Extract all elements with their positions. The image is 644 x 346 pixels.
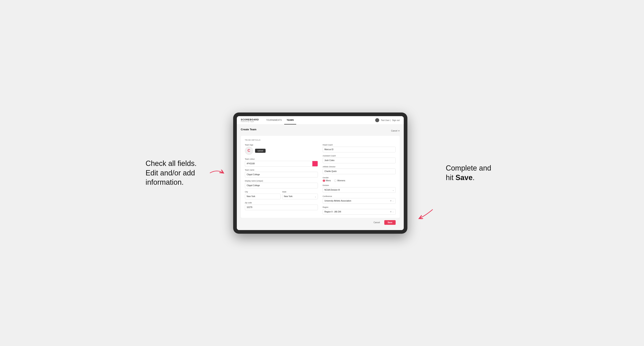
- brand: SCOREBOARD Powered by clippd: [241, 118, 259, 122]
- cancel-top-button[interactable]: Cancel ✕: [391, 130, 400, 132]
- form-grid: Team logo C Upload Team colour: [245, 144, 396, 215]
- team-colour-group: Team colour: [245, 158, 318, 167]
- form-card: TEAM DETAILS Team logo C Upload: [241, 136, 400, 218]
- head-coach-label: Head Coach: [323, 144, 396, 146]
- nav-tournaments[interactable]: TOURNAMENTS: [264, 116, 284, 125]
- region-group: Region Region II - (M) DIII ✕ ⌄: [323, 206, 396, 215]
- annotation-line3: information.: [146, 178, 184, 186]
- form-left: Team logo C Upload Team colour: [245, 144, 318, 215]
- assistant-coach-label: Assistant Coach: [323, 155, 396, 157]
- athletic-director-input[interactable]: [323, 169, 396, 174]
- region-label: Region: [323, 206, 396, 208]
- cancel-row: Create Team Cancel ✕: [241, 128, 400, 134]
- right-arrow-icon: [418, 205, 434, 222]
- cancel-x-icon: ✕: [398, 130, 400, 132]
- display-name-input[interactable]: [245, 183, 318, 188]
- team-name-input[interactable]: [245, 172, 318, 177]
- nav-teams[interactable]: TEAMS: [284, 116, 296, 125]
- tablet-screen: SCOREBOARD Powered by clippd TOURNAMENTS…: [237, 116, 404, 230]
- form-right: Head Coach Assistant Coach Athletic Dire…: [323, 144, 396, 215]
- user-avatar: [375, 118, 379, 122]
- annotation-right-text: Complete and hit Save.: [446, 164, 491, 182]
- annotation-left: Check all fields. Edit and/or add inform…: [146, 159, 196, 187]
- conference-chevron-icon: ⌄: [392, 200, 394, 202]
- mens-label: Mens: [326, 179, 331, 182]
- user-label: Test User |: [381, 119, 390, 121]
- gender-row: Mens Womens: [323, 179, 396, 182]
- main-content: Create Team Cancel ✕ TEAM DETAILS Team: [237, 125, 404, 230]
- assistant-coach-group: Assistant Coach: [323, 155, 396, 163]
- gender-mens-option[interactable]: Mens: [323, 179, 331, 182]
- state-label: State: [282, 191, 318, 193]
- upload-button[interactable]: Upload: [255, 149, 266, 153]
- zip-group: Zip code: [245, 202, 318, 210]
- head-coach-group: Head Coach: [323, 144, 396, 152]
- conference-group: Conference University Athletic Associati…: [323, 195, 396, 204]
- state-select[interactable]: New York: [282, 194, 318, 199]
- annotation-line1: Check all fields.: [146, 159, 196, 168]
- head-coach-input[interactable]: [323, 147, 396, 152]
- logo-area: C Upload: [245, 147, 318, 155]
- color-swatch[interactable]: [312, 161, 318, 167]
- city-field-group: City: [245, 191, 280, 199]
- tablet-frame: SCOREBOARD Powered by clippd TOURNAMENTS…: [233, 113, 408, 234]
- zip-label: Zip code: [245, 202, 318, 204]
- city-label: City: [245, 191, 280, 193]
- brand-title: SCOREBOARD: [241, 118, 259, 121]
- annotation-right-bold: Save: [456, 173, 472, 182]
- division-label: Division: [323, 184, 396, 186]
- annotation-line2: Edit and/or add: [146, 169, 195, 177]
- form-footer: Cancel Save: [241, 218, 400, 227]
- nav-links: TOURNAMENTS TEAMS: [264, 116, 375, 125]
- team-colour-input[interactable]: [245, 161, 312, 167]
- conference-tag-input[interactable]: University Athletic Association ✕ ⌄: [323, 198, 396, 204]
- left-arrow-icon: [209, 167, 225, 179]
- navbar: SCOREBOARD Powered by clippd TOURNAMENTS…: [237, 116, 404, 125]
- section-label: TEAM DETAILS: [245, 139, 396, 141]
- team-name-label: Team name: [245, 169, 318, 171]
- cancel-button[interactable]: Cancel: [371, 220, 382, 225]
- region-tag-input[interactable]: Region II - (M) DIII ✕ ⌄: [323, 209, 396, 215]
- nav-right: Test User | Sign out: [375, 118, 400, 122]
- team-logo-group: Team logo C Upload: [245, 144, 318, 156]
- brand-sub: Powered by clippd: [241, 121, 259, 122]
- state-field-group: State New York: [282, 191, 318, 199]
- athletic-director-label: Athletic Director: [323, 166, 396, 168]
- division-select[interactable]: NCAA Division III: [323, 187, 396, 193]
- conference-clear-icon[interactable]: ✕: [390, 200, 392, 202]
- save-button[interactable]: Save: [384, 220, 396, 225]
- logo-circle: C: [245, 147, 253, 155]
- gender-group: Gender Mens Womens: [323, 177, 396, 182]
- womens-radio[interactable]: [334, 179, 336, 182]
- assistant-coach-input[interactable]: [323, 158, 396, 163]
- gender-label: Gender: [323, 177, 396, 179]
- annotation-right: Complete and hit Save.: [446, 164, 498, 182]
- conference-value: University Athletic Association: [324, 200, 390, 202]
- sign-out-link[interactable]: Sign out: [392, 119, 400, 121]
- womens-label: Womens: [337, 179, 345, 182]
- region-value: Region II - (M) DIII: [324, 211, 390, 213]
- display-name-label: Display name (unique): [245, 180, 318, 182]
- athletic-director-group: Athletic Director: [323, 166, 396, 174]
- region-clear-icon[interactable]: ✕: [390, 211, 392, 213]
- color-row: [245, 161, 318, 167]
- city-state-group: City State New York: [245, 191, 318, 199]
- conference-label: Conference: [323, 195, 396, 197]
- region-chevron-icon: ⌄: [392, 211, 394, 213]
- division-group: Division NCAA Division III: [323, 184, 396, 193]
- gender-womens-option[interactable]: Womens: [334, 179, 345, 182]
- cancel-top-label: Cancel: [391, 130, 397, 132]
- city-input[interactable]: [245, 194, 280, 199]
- display-name-group: Display name (unique): [245, 180, 318, 188]
- team-logo-label: Team logo: [245, 144, 318, 146]
- city-state-row: City State New York: [245, 191, 318, 199]
- team-colour-label: Team colour: [245, 158, 318, 160]
- division-select-wrapper: NCAA Division III: [323, 187, 396, 193]
- zip-input[interactable]: [245, 204, 318, 210]
- page-title: Create Team: [241, 128, 256, 131]
- annotation-right-suffix: .: [472, 173, 475, 182]
- state-select-wrapper: New York: [282, 194, 318, 199]
- page-wrapper: Check all fields. Edit and/or add inform…: [8, 113, 636, 234]
- team-name-group: Team name: [245, 169, 318, 177]
- mens-radio[interactable]: [323, 179, 325, 182]
